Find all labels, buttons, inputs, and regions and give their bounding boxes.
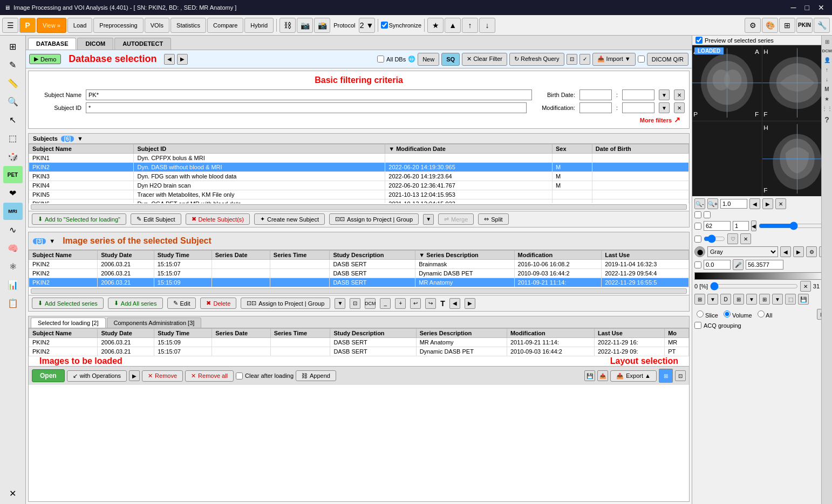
- mod-clear-btn[interactable]: ✕: [674, 102, 685, 113]
- loading-table-container[interactable]: Subject Name Study Date Study Time Serie…: [29, 328, 689, 356]
- gray-x-btn[interactable]: ✕: [740, 233, 751, 244]
- sidebar-icon-grid[interactable]: ⊞: [3, 38, 23, 55]
- sidebar-icon-pet[interactable]: PET: [3, 166, 23, 183]
- birth-date-to[interactable]: [622, 89, 654, 100]
- edge-icon-dots[interactable]: ⋮⋮: [821, 105, 833, 113]
- view-button[interactable]: View »: [37, 18, 66, 33]
- merge-button[interactable]: ⇌ Merge: [438, 213, 474, 225]
- clear-after-loading-checkbox[interactable]: [236, 372, 243, 379]
- subjects-table-container[interactable]: Subject Name Subject ID ▼ Modification D…: [29, 144, 689, 203]
- gray-checkbox[interactable]: [694, 236, 701, 243]
- series-btn2[interactable]: +: [395, 298, 406, 309]
- series-btn3[interactable]: ↩: [410, 298, 421, 309]
- edge-icon-arrow-up[interactable]: ↑: [824, 66, 829, 74]
- sidebar-icon-chart[interactable]: 📊: [3, 276, 23, 293]
- subject-id-input[interactable]: [86, 102, 527, 113]
- up-button[interactable]: ▲: [445, 18, 461, 33]
- add-selected-series-button[interactable]: ⬇ Add Selected series: [32, 298, 104, 309]
- table-row[interactable]: PKIN1 Dyn. CPFPX bolus & MRI: [29, 154, 689, 163]
- assign-series-button[interactable]: ⊡⊡ Assign to Project | Group: [241, 298, 330, 309]
- open-button[interactable]: Open: [32, 369, 65, 382]
- table-row[interactable]: PKIN4 Dyn H2O brain scan 2022-06-20 12:3…: [29, 181, 689, 190]
- edge-icon-dcm[interactable]: DCM: [821, 47, 832, 54]
- table-row[interactable]: PKIN6 Dyn. OGA PET and MR with blood dat…: [29, 199, 689, 204]
- sidebar-icon-close[interactable]: ✕: [3, 485, 23, 502]
- hybrid-button[interactable]: Hybrid: [244, 18, 274, 33]
- edge-icon-question[interactable]: ?: [823, 114, 830, 125]
- sidebar-icon-heart[interactable]: ❤: [3, 184, 23, 202]
- pkin-btn[interactable]: PKIN: [796, 18, 813, 33]
- star-button[interactable]: ★: [427, 18, 444, 33]
- zoom-arrow-right[interactable]: ▶: [762, 198, 773, 209]
- edit-subject-button[interactable]: ✎ Edit Subject: [131, 213, 181, 225]
- layout-btn-2[interactable]: ⊡: [675, 370, 686, 381]
- tab-selected-for-loading[interactable]: Selected for loading [2]: [31, 317, 106, 328]
- split-button[interactable]: ⇔ Split: [478, 213, 508, 225]
- edge-icon-person[interactable]: 👤: [823, 56, 831, 64]
- layout-2x2-btn[interactable]: ⊞: [733, 294, 744, 305]
- sidebar-icon-cursor[interactable]: ↖: [3, 111, 23, 128]
- vois-button[interactable]: VOIs: [145, 18, 169, 33]
- zoom-input[interactable]: [720, 199, 747, 209]
- tab-autodetect[interactable]: AUTODETECT: [114, 38, 171, 50]
- radio-volume-label[interactable]: Volume: [724, 310, 752, 319]
- preview-checkbox[interactable]: [695, 37, 703, 44]
- remove-button[interactable]: ✕ Remove: [142, 370, 183, 382]
- layout-expand-btn[interactable]: ⬚: [785, 294, 796, 305]
- mod-picker-btn[interactable]: ▼: [659, 102, 670, 113]
- heart-btn[interactable]: ♡: [727, 233, 738, 244]
- zoom-x-btn[interactable]: ✕: [775, 198, 786, 209]
- series-table-container[interactable]: Subject Name Study Date Study Time Serie…: [29, 250, 689, 287]
- demo-button[interactable]: ▶ Demo: [29, 54, 61, 64]
- sidebar-icon-table[interactable]: 📋: [3, 294, 23, 312]
- sidebar-icon-measure[interactable]: 📏: [3, 74, 23, 92]
- edit-series-button[interactable]: ✎ Edit: [167, 298, 196, 309]
- date-clear-btn[interactable]: ✕: [674, 89, 685, 100]
- table-row[interactable]: PKIN2 2006.03.21 15:15:07 DASB SERT Dyna…: [29, 269, 689, 278]
- slice-checkbox[interactable]: [694, 223, 701, 230]
- color-btn[interactable]: 🎨: [762, 18, 778, 33]
- slice-arrow-left[interactable]: ◀: [751, 220, 756, 231]
- zoom-arrow-left[interactable]: ◀: [749, 198, 760, 209]
- add-all-series-button[interactable]: ⬇ Add All series: [108, 298, 163, 309]
- acq-checkbox[interactable]: [694, 322, 701, 329]
- play-btn[interactable]: ▶: [129, 370, 140, 381]
- edge-icon-grid[interactable]: ⊞: [824, 38, 830, 46]
- flag-btn[interactable]: 🔧: [814, 18, 830, 33]
- layout-arrow-btn[interactable]: ▼: [707, 294, 718, 305]
- subjects-scrollbar[interactable]: [31, 204, 687, 210]
- maximize-button[interactable]: □: [802, 3, 813, 12]
- dicom-qr-checkbox[interactable]: [638, 56, 645, 63]
- assign-series-dropdown[interactable]: ▼: [335, 298, 345, 309]
- table-row[interactable]: PKIN2 2006.03.21 15:15:09 DASB SERT MR A…: [29, 338, 689, 347]
- color-arrow-left[interactable]: ◀: [780, 246, 791, 257]
- title-bar-controls[interactable]: ─ □ ✕: [788, 3, 828, 12]
- sidebar-icon-3d[interactable]: 🎲: [3, 148, 23, 165]
- zoom-minus-btn[interactable]: 🔍-: [694, 198, 705, 209]
- color-circle-btn[interactable]: ⬤: [694, 246, 705, 257]
- radio-slice[interactable]: [697, 310, 704, 317]
- minimize-button[interactable]: ─: [788, 3, 800, 12]
- table-row[interactable]: PKIN2 2006.03.21 15:15:09 DASB SERT MR A…: [29, 278, 689, 287]
- db-arrow-left[interactable]: ◀: [164, 54, 175, 65]
- filter-btn-1[interactable]: ⊡: [567, 54, 577, 65]
- close-button[interactable]: ✕: [815, 3, 828, 12]
- birth-date-from[interactable]: [579, 89, 612, 100]
- date-picker-btn[interactable]: ▼: [659, 89, 670, 100]
- series-arrow-right[interactable]: ▶: [465, 298, 475, 309]
- table-row[interactable]: PKIN5 Tracer with Metabolites, KM File o…: [29, 190, 689, 199]
- remove-all-button[interactable]: ✕ Remove all: [185, 370, 234, 382]
- layout-btn[interactable]: ⊞: [779, 18, 795, 33]
- assign-subject-button[interactable]: ⊡⊡ Assign to Project | Group: [329, 213, 419, 225]
- series-link-btn[interactable]: ⊡: [350, 298, 360, 309]
- subjects-dropdown-icon[interactable]: ▼: [77, 135, 83, 142]
- sq-button[interactable]: SQ: [441, 53, 460, 66]
- sidebar-icon-brain[interactable]: 🧠: [3, 239, 23, 257]
- slice-slider[interactable]: [759, 222, 828, 230]
- tab-database[interactable]: DATABASE: [28, 38, 76, 50]
- filter-btn-2[interactable]: ✓: [579, 54, 590, 65]
- frame-input[interactable]: [733, 221, 749, 231]
- table-row[interactable]: PKIN3 Dyn. FDG scan with whole blood dat…: [29, 172, 689, 181]
- delete-series-button[interactable]: ✖ Delete: [200, 298, 236, 309]
- db-arrow-right[interactable]: ▶: [177, 54, 188, 65]
